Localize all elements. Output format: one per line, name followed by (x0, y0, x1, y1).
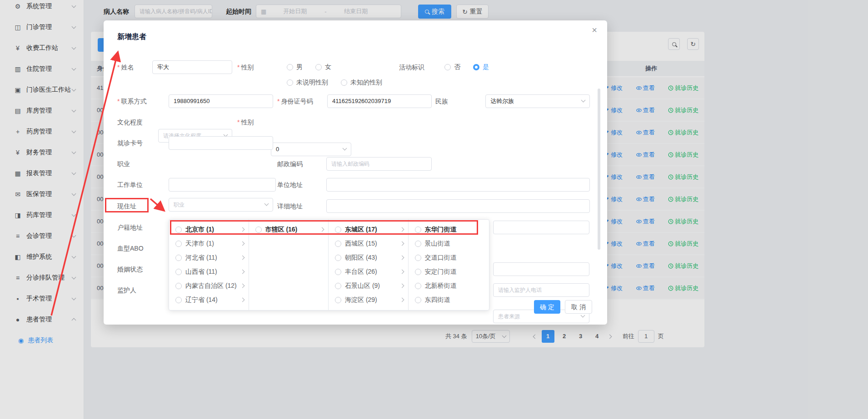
radio-option[interactable]: 未知的性别 (341, 79, 382, 87)
cascader-column: 东城区 (17)西城区 (15)朝阳区 (43)丰台区 (26)石景山区 (9)… (329, 220, 409, 310)
cascader-option-label: 安定门街道 (425, 268, 485, 276)
field-label-occupation: 职业 (117, 157, 130, 171)
cascader-option[interactable]: 东华门街道 (409, 222, 489, 237)
cascader-option[interactable]: 朝阳区 (43) (329, 251, 408, 265)
radio-icon (335, 297, 341, 303)
radio-icon (175, 297, 182, 303)
visit-card-input[interactable] (169, 136, 273, 150)
radio-icon (473, 64, 479, 70)
occupation-select[interactable]: 职业 (169, 198, 273, 212)
field-label-gender: *性别 (237, 60, 254, 74)
chevron-right-icon (399, 242, 404, 246)
cascader-option[interactable]: 海淀区 (29) (329, 293, 408, 307)
field-label-blood-type: 血型ABO (117, 242, 144, 255)
gender-radio-group-line2: 未说明性别未知的性别 (287, 76, 395, 89)
cascader-option[interactable]: 市辖区 (16) (249, 222, 329, 237)
field-label-ethnicity: 民族 (435, 94, 448, 108)
radio-icon (335, 255, 341, 261)
cascader-option[interactable]: 辽宁省 (14) (169, 293, 249, 307)
cascader-option[interactable]: 北京市 (1) (169, 222, 249, 237)
cascader-option[interactable]: 北新桥街道 (409, 279, 489, 293)
cascader-option-label: 丰台区 (26) (345, 268, 400, 276)
field-label-name: *姓名 (117, 60, 134, 74)
radio-icon (175, 255, 182, 261)
cascader-option-label: 东城区 (17) (345, 226, 400, 234)
field-label-work-unit: 工作单位 (117, 178, 143, 192)
chevron-down-icon (581, 98, 586, 103)
radio-icon (335, 283, 341, 289)
radio-icon (335, 269, 341, 275)
marital-status-side-input[interactable] (493, 262, 589, 276)
cascader-column: 市辖区 (16) (249, 220, 329, 310)
radio-icon (175, 227, 182, 233)
radio-icon (415, 255, 421, 261)
radio-icon (287, 79, 293, 86)
cascader-option[interactable]: 河北省 (11) (169, 251, 249, 265)
cascader-option-label: 西城区 (15) (345, 240, 400, 248)
chevron-right-icon (399, 298, 404, 302)
cascader-option-label: 市辖区 (16) (265, 226, 321, 234)
radio-option[interactable]: 未说明性别 (287, 79, 328, 87)
gender2-select[interactable]: 0 (271, 143, 351, 156)
field-label-marital-status: 婚姻状态 (117, 262, 143, 276)
cascader-option[interactable]: 东四街道 (409, 293, 489, 307)
field-label-guardian: 监护人 (117, 283, 136, 297)
ethnicity-select[interactable]: 达斡尔族 (485, 94, 590, 108)
cascader-option[interactable]: 天津市 (1) (169, 237, 249, 251)
chevron-right-icon (399, 270, 404, 274)
postal-code-input[interactable]: 请输入邮政编码 (326, 157, 432, 171)
cascader-column: 东华门街道景山街道交道口街道安定门街道北新桥街道东四街道 (409, 220, 489, 310)
radio-icon (315, 64, 322, 70)
close-icon[interactable]: × (592, 25, 597, 35)
radio-icon (341, 79, 347, 86)
field-label-current-address: 现住址 (117, 199, 136, 213)
cascader-option[interactable]: 山西省 (11) (169, 265, 249, 279)
detail-address-input[interactable] (326, 199, 590, 213)
chevron-right-icon (240, 242, 244, 246)
cascader-option-label: 东华门街道 (425, 226, 485, 234)
chevron-right-icon (240, 227, 244, 232)
cancel-button[interactable]: 取 消 (565, 300, 592, 314)
field-label-gender2: *性别 (237, 115, 254, 129)
radio-option[interactable]: 男 (287, 63, 303, 71)
id-number-input[interactable]: 411625192602039719 (327, 94, 432, 108)
cascader-option-label: 交道口街道 (425, 254, 485, 262)
modal-scrollbar[interactable] (598, 89, 600, 250)
radio-icon (415, 283, 421, 289)
guardian-phone-input[interactable]: 请输入监护人电话 (493, 283, 589, 297)
address-cascader: 北京市 (1)天津市 (1)河北省 (11)山西省 (11)内蒙古自治区 (12… (169, 219, 489, 311)
field-label-household-address: 户籍地址 (117, 221, 143, 234)
cascader-option[interactable]: 丰台区 (26) (329, 265, 408, 279)
chevron-right-icon (399, 284, 404, 288)
field-label-postal-code: 邮政编码 (277, 157, 303, 171)
name-input[interactable]: 牢大 (152, 60, 232, 74)
radio-option[interactable]: 是 (473, 63, 489, 71)
cascader-option[interactable]: 石景山区 (9) (329, 279, 408, 293)
field-label-education: 文化程度 (117, 115, 143, 129)
radio-icon (444, 64, 451, 70)
radio-option[interactable]: 女 (315, 63, 331, 71)
contact-input[interactable]: 19880991650 (169, 94, 273, 108)
radio-icon (335, 227, 341, 233)
cascader-option[interactable]: 安定门街道 (409, 265, 489, 279)
cascader-option[interactable]: 内蒙古自治区 (12) (169, 279, 249, 293)
confirm-button[interactable]: 确 定 (534, 300, 560, 314)
cascader-option[interactable]: 东城区 (17) (329, 222, 408, 237)
chevron-right-icon (240, 270, 244, 274)
radio-icon (415, 297, 421, 303)
add-patient-modal: 新增患者 × *姓名 牢大 *性别 男女 未说明性别未知的性别 活动标识 否是 … (104, 20, 607, 325)
cascader-option-label: 石景山区 (9) (345, 282, 400, 290)
unit-address-input[interactable] (326, 178, 590, 192)
radio-icon (415, 269, 421, 275)
cascader-option[interactable]: 西城区 (15) (329, 237, 408, 251)
field-label-unit-address: 单位地址 (277, 178, 303, 192)
cascader-option[interactable]: 交道口街道 (409, 251, 489, 265)
cascader-option[interactable]: 景山街道 (409, 237, 489, 251)
cascader-option-label: 河北省 (11) (185, 254, 241, 262)
radio-option[interactable]: 否 (444, 63, 460, 71)
cascader-option-label: 北京市 (1) (185, 226, 241, 234)
radio-label: 男 (296, 63, 303, 71)
radio-label: 否 (454, 63, 460, 71)
household-address-input[interactable] (493, 221, 589, 234)
work-unit-input[interactable] (169, 178, 276, 192)
